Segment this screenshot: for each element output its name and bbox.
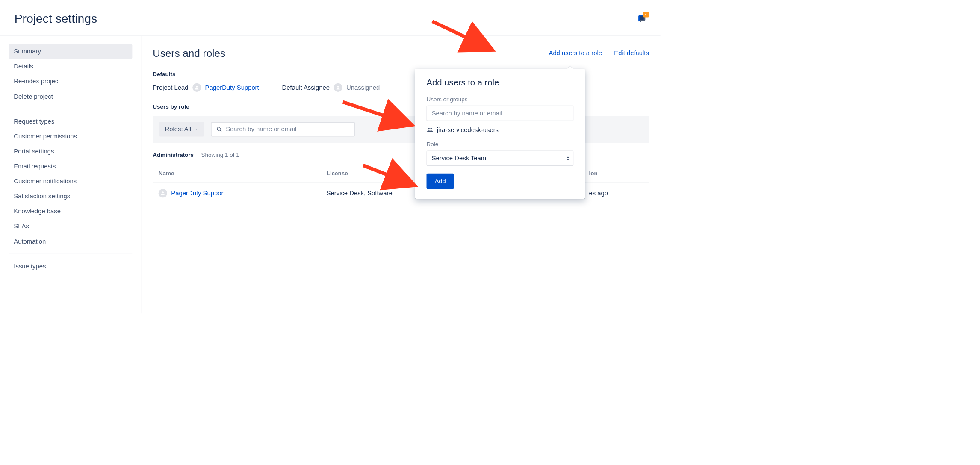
sidebar-item[interactable]: Details [9,59,132,74]
sidebar-item[interactable]: Customer permissions [9,129,132,144]
main-actions: Add users to a role | Edit defaults [549,50,649,57]
sidebar-item[interactable]: Delete project [9,89,132,104]
sidebar-item[interactable]: Issue types [9,259,132,274]
chevron-down-icon [194,127,198,131]
user-name[interactable]: PagerDuty Support [171,189,225,197]
users-field-label: Users or groups [427,96,574,103]
notification-badge: 1 [643,12,649,17]
svg-point-0 [196,86,198,88]
sidebar-item[interactable]: Re-index project [9,74,132,89]
group-icon [427,127,434,133]
table-header: ion [583,165,649,182]
extra-cell: es ago [583,182,649,204]
sidebar-divider [9,109,132,109]
project-lead-value[interactable]: PagerDuty Support [205,84,259,91]
avatar-icon [192,83,201,92]
sidebar-item[interactable]: Portal settings [9,144,132,159]
sidebar-item[interactable]: Knowledge base [9,204,132,219]
feedback-icon[interactable]: 1 [637,14,646,23]
add-button[interactable]: Add [427,174,454,189]
default-assignee-label: Default Assignee [282,84,330,91]
svg-point-5 [428,128,430,129]
page-title: Project settings [15,12,97,25]
role-select[interactable]: Service Desk Team [427,151,574,166]
sidebar-item[interactable]: Email requests [9,159,132,174]
svg-point-1 [337,86,339,88]
users-search-input[interactable] [427,106,574,121]
selected-group-chip[interactable]: jira-servicedesk-users [427,126,574,134]
main-content: Users and roles Add users to a role | Ed… [141,36,661,314]
sidebar-item[interactable]: Request types [9,115,132,129]
svg-line-3 [220,130,221,131]
project-lead-label: Project Lead [153,84,188,91]
name-cell: PagerDuty Support [153,182,321,204]
sidebar: SummaryDetailsRe-index projectDelete pro… [0,36,141,314]
sidebar-item[interactable]: Customer notifications [9,174,132,189]
svg-point-2 [217,127,220,130]
add-users-link[interactable]: Add users to a role [549,50,602,57]
sidebar-item[interactable]: Summary [9,44,132,59]
default-assignee-value: Unassigned [346,84,380,91]
edit-defaults-link[interactable]: Edit defaults [614,50,649,57]
avatar-icon [334,83,342,92]
roles-dropdown-label: Roles: All [165,126,192,133]
avatar-icon [159,189,167,197]
sidebar-item[interactable]: SLAs [9,219,132,234]
section-title: Users and roles [153,47,225,59]
separator: | [607,50,609,57]
sidebar-item[interactable]: Automation [9,234,132,249]
svg-point-4 [162,191,164,193]
search-box[interactable] [211,122,355,137]
roles-dropdown[interactable]: Roles: All [159,122,204,137]
project-lead: Project Lead PagerDuty Support [153,83,259,92]
showing-count: Showing 1 of 1 [201,152,239,159]
role-group-name: Administrators [153,152,194,159]
page-header: Project settings 1 [0,0,661,36]
table-header: Name [153,165,321,182]
sidebar-item[interactable]: Satisfaction settings [9,189,132,204]
popover-title: Add users to a role [427,77,574,87]
add-users-popover: Add users to a role Users or groups jira… [415,69,585,199]
svg-point-6 [430,128,432,129]
default-assignee: Default Assignee Unassigned [282,83,380,92]
role-field-label: Role [427,141,574,148]
selected-group-name: jira-servicedesk-users [437,126,499,134]
sidebar-divider [9,254,132,254]
search-input[interactable] [226,126,350,133]
search-icon [216,126,222,132]
